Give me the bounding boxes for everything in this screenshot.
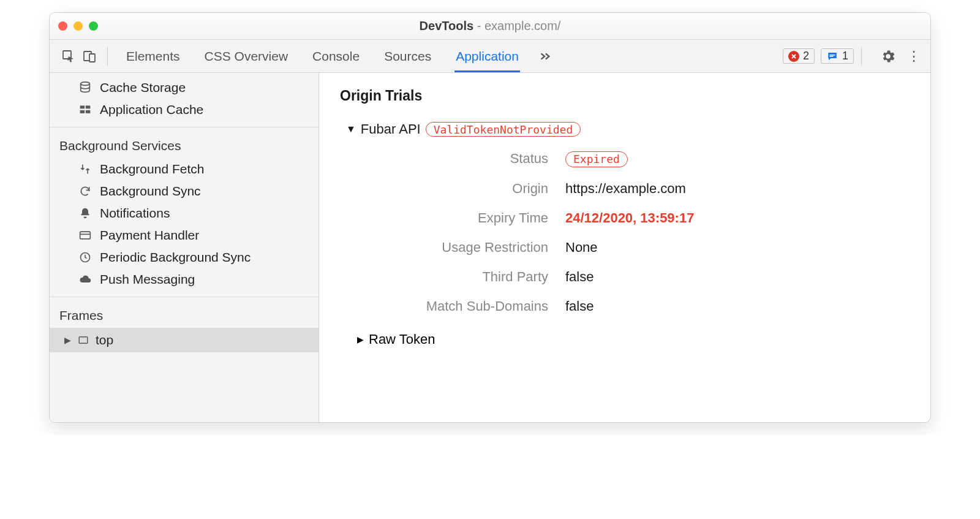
svg-rect-6 <box>80 105 85 108</box>
disclosure-triangle-icon: ▶ <box>357 335 364 344</box>
main-toolbar: Elements CSS Overview Console Sources Ap… <box>50 40 930 73</box>
bell-icon <box>78 207 92 219</box>
disclosure-triangle-icon: ▼ <box>346 124 356 135</box>
errors-count: 2 <box>803 50 809 63</box>
errors-counter[interactable]: 2 <box>783 48 815 64</box>
sidebar-item-periodic-bg-sync[interactable]: Periodic Background Sync <box>50 246 318 268</box>
title-app: DevTools <box>420 19 474 32</box>
error-icon <box>788 51 799 62</box>
tab-sources[interactable]: Sources <box>383 40 432 72</box>
tab-css-overview[interactable]: CSS Overview <box>203 40 290 72</box>
tab-console[interactable]: Console <box>311 40 361 72</box>
messages-counter[interactable]: 1 <box>821 48 854 64</box>
svg-point-5 <box>81 82 90 86</box>
settings-button[interactable] <box>880 48 896 64</box>
value-origin: https://example.com <box>565 181 910 197</box>
sidebar-item-frame-top[interactable]: ▶ top <box>50 328 318 352</box>
frame-icon <box>77 335 89 346</box>
sidebar-item-notifications[interactable]: Notifications <box>50 202 318 224</box>
database-icon <box>78 81 92 94</box>
panel-tabs: Elements CSS Overview Console Sources Ap… <box>125 40 520 72</box>
sidebar-item-payment-handler[interactable]: Payment Handler <box>50 224 318 246</box>
grid-icon <box>78 104 92 116</box>
sidebar-section-background-services: Background Services <box>50 127 318 158</box>
sync-icon <box>78 185 92 197</box>
maximize-window-button[interactable] <box>89 21 98 31</box>
titlebar: DevTools - example.com/ <box>50 13 930 40</box>
disclosure-triangle-icon: ▶ <box>64 335 71 345</box>
svg-rect-4 <box>829 56 833 57</box>
credit-card-icon <box>78 229 92 241</box>
sidebar-item-label: Background Fetch <box>100 162 204 176</box>
label-expiry: Expiry Time <box>377 210 548 226</box>
frame-label: top <box>96 333 113 347</box>
sidebar-item-push-messaging[interactable]: Push Messaging <box>50 268 318 290</box>
device-toggle-icon[interactable] <box>79 46 100 67</box>
close-window-button[interactable] <box>58 21 67 31</box>
sidebar-item-label: Background Sync <box>100 184 201 199</box>
raw-token-label: Raw Token <box>369 331 435 347</box>
messages-count: 1 <box>842 50 848 63</box>
main-panel: Origin Trials ▼ Fubar API ValidTokenNotP… <box>319 73 930 422</box>
svg-rect-9 <box>86 110 91 113</box>
label-third-party: Third Party <box>377 269 548 285</box>
traffic-lights <box>58 21 98 31</box>
title-url: example.com/ <box>484 19 561 32</box>
message-icon <box>826 51 839 62</box>
more-tabs-button[interactable] <box>538 50 552 63</box>
svg-rect-8 <box>80 110 85 113</box>
sidebar-item-label: Notifications <box>100 206 170 221</box>
clock-icon <box>78 251 92 263</box>
svg-rect-2 <box>89 54 95 62</box>
sidebar-item-label: Push Messaging <box>100 272 195 287</box>
value-status: Expired <box>565 151 910 167</box>
raw-token-disclosure[interactable]: ▶ Raw Token <box>357 331 910 347</box>
sidebar-item-label: Payment Handler <box>100 228 199 243</box>
origin-trial-row[interactable]: ▼ Fubar API ValidTokenNotProvided <box>346 121 910 137</box>
toolbar-divider-2 <box>861 47 862 66</box>
minimize-window-button[interactable] <box>74 21 83 31</box>
svg-rect-13 <box>79 337 88 344</box>
panel-body: Cache Storage Application Cache Backgrou… <box>50 73 930 422</box>
label-status: Status <box>377 151 548 167</box>
label-origin: Origin <box>377 181 548 197</box>
toolbar-divider <box>107 47 108 66</box>
status-pill: Expired <box>565 151 628 167</box>
tab-elements[interactable]: Elements <box>125 40 181 72</box>
label-subdomains: Match Sub-Domains <box>377 298 548 314</box>
window-title: DevTools - example.com/ <box>50 19 930 33</box>
value-expiry: 24/12/2020, 13:59:17 <box>565 210 910 226</box>
application-sidebar: Cache Storage Application Cache Backgrou… <box>50 73 319 422</box>
trial-status-badge: ValidTokenNotProvided <box>426 122 581 137</box>
trial-details-grid: Status Expired Origin https://example.co… <box>377 151 910 314</box>
sidebar-item-background-fetch[interactable]: Background Fetch <box>50 158 318 180</box>
fetch-icon <box>78 163 92 175</box>
sidebar-item-label: Cache Storage <box>100 80 186 95</box>
value-subdomains: false <box>565 298 910 314</box>
panel-heading: Origin Trials <box>340 88 910 104</box>
svg-rect-3 <box>829 55 835 56</box>
label-usage-restriction: Usage Restriction <box>377 240 548 256</box>
tab-application[interactable]: Application <box>454 40 520 72</box>
svg-rect-7 <box>86 105 91 108</box>
sidebar-item-label: Periodic Background Sync <box>100 250 251 265</box>
value-usage-restriction: None <box>565 240 910 256</box>
sidebar-section-frames: Frames <box>50 297 318 328</box>
svg-rect-10 <box>80 232 91 239</box>
inspect-element-icon[interactable] <box>58 46 79 67</box>
trial-name: Fubar API <box>361 121 421 137</box>
devtools-window: DevTools - example.com/ Elements CSS Ove… <box>49 12 931 423</box>
sidebar-item-label: Application Cache <box>100 102 203 117</box>
more-options-button[interactable]: ⋮ <box>907 48 922 64</box>
value-third-party: false <box>565 269 910 285</box>
sidebar-item-background-sync[interactable]: Background Sync <box>50 180 318 202</box>
cloud-icon <box>78 273 92 286</box>
sidebar-item-application-cache[interactable]: Application Cache <box>50 99 318 121</box>
sidebar-item-cache-storage[interactable]: Cache Storage <box>50 77 318 99</box>
